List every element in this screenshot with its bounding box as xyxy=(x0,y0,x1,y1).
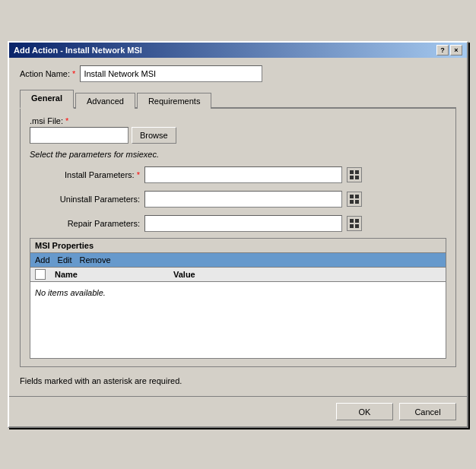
uninstall-param-icon[interactable] xyxy=(347,192,362,207)
uninstall-param-label: Uninstall Parameters: xyxy=(30,195,140,204)
title-bar-controls: ? × xyxy=(436,45,462,55)
msi-remove-button[interactable]: Remove xyxy=(80,255,111,265)
uninstall-icon-grid xyxy=(350,195,360,204)
tab-row: General Advanced Requirements xyxy=(20,88,456,109)
tab-requirements[interactable]: Requirements xyxy=(137,93,211,109)
repair-icon-grid xyxy=(350,219,360,229)
action-name-required: * xyxy=(72,69,75,78)
install-param-label: Install Parameters: * xyxy=(30,170,140,179)
repair-param-label: Repair Parameters: xyxy=(30,219,140,228)
install-required: * xyxy=(137,170,140,179)
msi-file-section: .msi File: * Browse xyxy=(30,116,446,144)
uninstall-param-row: Uninstall Parameters: xyxy=(30,191,446,208)
title-bar-left: Add Action - Install Network MSI xyxy=(14,46,142,55)
help-button[interactable]: ? xyxy=(436,45,449,55)
dialog-title: Add Action - Install Network MSI xyxy=(14,46,142,55)
action-name-label: Action Name: * xyxy=(20,69,75,78)
required-note: Fields marked with an asterisk are requi… xyxy=(20,373,456,388)
msi-col-value-header: Value xyxy=(173,270,195,279)
uninstall-param-input[interactable] xyxy=(144,191,342,208)
browse-button[interactable]: Browse xyxy=(132,127,176,144)
msi-file-input[interactable] xyxy=(30,127,129,144)
cancel-button[interactable]: Cancel xyxy=(399,403,456,420)
msi-properties-section: MSI Properties Add Edit Remove Name Valu… xyxy=(30,238,446,359)
msi-select-all-check[interactable] xyxy=(35,269,46,280)
dialog-footer: OK Cancel xyxy=(9,396,467,426)
tab-advanced[interactable]: Advanced xyxy=(75,93,135,109)
msi-col-header: Name Value xyxy=(30,268,446,282)
repair-param-input[interactable] xyxy=(144,215,342,232)
msi-edit-button[interactable]: Edit xyxy=(58,255,72,265)
msi-file-row: Browse xyxy=(30,127,446,144)
msi-file-label: .msi File: * xyxy=(30,116,446,125)
close-button[interactable]: × xyxy=(450,45,462,55)
dialog: Add Action - Install Network MSI ? × Act… xyxy=(8,41,468,428)
install-icon-grid xyxy=(350,170,360,180)
msi-file-required: * xyxy=(65,116,68,125)
dialog-body: Action Name: * General Advanced Requirem… xyxy=(9,58,467,396)
msi-properties-header: MSI Properties xyxy=(30,239,446,253)
install-param-row: Install Parameters: * xyxy=(30,166,446,183)
ok-button[interactable]: OK xyxy=(336,403,393,420)
install-param-icon[interactable] xyxy=(347,167,362,182)
msi-col-name-header: Name xyxy=(49,270,170,279)
install-param-input[interactable] xyxy=(144,166,342,183)
action-name-input[interactable] xyxy=(80,65,262,82)
tab-content-general: .msi File: * Browse Select the parameter… xyxy=(20,109,456,367)
title-bar: Add Action - Install Network MSI ? × xyxy=(9,43,467,58)
msi-properties-toolbar: Add Edit Remove xyxy=(30,253,446,268)
tabs-container: General Advanced Requirements .msi File:… xyxy=(20,88,456,367)
msi-empty-message: No items available. xyxy=(30,282,446,358)
tab-general[interactable]: General xyxy=(20,90,74,109)
action-name-row: Action Name: * xyxy=(20,65,456,82)
repair-param-row: Repair Parameters: xyxy=(30,215,446,232)
msi-add-button[interactable]: Add xyxy=(35,255,50,265)
msi-table: Name Value No items available. xyxy=(30,268,446,358)
help-text: Select the parameters for msiexec. xyxy=(30,150,446,159)
repair-param-icon[interactable] xyxy=(347,216,362,231)
